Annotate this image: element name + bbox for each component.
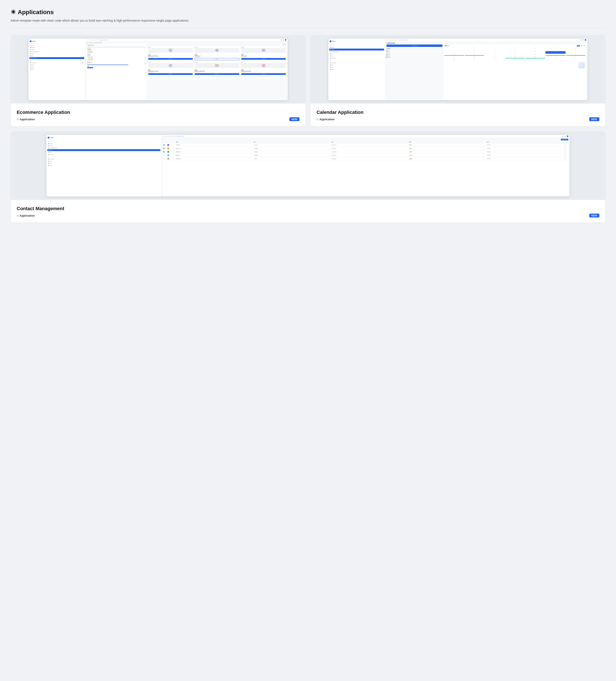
ecommerce-topbar: Do you know the latest update of 2021? C… xyxy=(85,39,288,42)
calendar-legend-sidebar: + New Event Calendars None Travel Social… xyxy=(386,45,442,100)
product-card: Featured ★★★★ $29.50 X Box Controller To… xyxy=(241,46,287,61)
section-divider xyxy=(11,28,605,28)
ecommerce-content: Home›Applications›E-Commerce›Shop Grid D… xyxy=(85,42,288,100)
contact-card-meta: in Application NEW xyxy=(17,213,599,218)
add-user-button: + Add New User xyxy=(561,139,568,141)
product-card: Featured ★★★ $39.00 Digital Camera White… xyxy=(241,61,287,76)
calendar-grid-area: ‹ 2020 Dec › Month Week Day xyxy=(444,45,586,100)
asterisk-icon: ✳ xyxy=(11,8,16,16)
ecommerce-products: Sort by... Featured ★★★★ $39.00 Digital … xyxy=(148,44,287,100)
contact-topbar: Do you know the latest update of 2021? C… xyxy=(161,135,569,138)
ecommerce-card-title: Ecommerce Application xyxy=(17,109,299,115)
contact-mockup: YODA APPLICATIONS Add App Calendar Proje… xyxy=(47,135,569,197)
table-row: R Rabid Larson Project Manager rab@mail.… xyxy=(163,147,568,150)
contact-preview: YODA APPLICATIONS Add App Calendar Proje… xyxy=(11,131,605,200)
table-row: A Addi Giling Project Manager addi@mail.… xyxy=(163,154,568,157)
calendar-card-body: Calendar Application in Application NEW xyxy=(311,104,605,126)
page-header: ✳ Applications Admin template made with … xyxy=(11,8,605,23)
contact-table: Name Role Email Status Phone V xyxy=(163,141,568,196)
calendar-card[interactable]: YODA APPLICATIONS Add App Calendar Proje… xyxy=(311,35,605,126)
calendar-badge: NEW xyxy=(589,117,599,121)
page-title: ✳ Applications xyxy=(11,8,605,16)
page-description: Admin template made with clean code whic… xyxy=(11,18,605,23)
product-card: Featured ★★★ $39.00 Digital Camera White… xyxy=(148,61,193,76)
product-card: Featured ★★★ $39.00 Digital Camera White… xyxy=(194,61,240,76)
product-card: Featured ★★★★ $39.00 Smart Watch 2.0 Tou… xyxy=(194,46,240,61)
contact-card-category: in Application xyxy=(17,214,35,217)
ecommerce-card-category: in Application xyxy=(17,118,35,121)
ecommerce-badge: NEW xyxy=(289,117,299,121)
ecommerce-card-body: Ecommerce Application in Application NEW xyxy=(11,104,305,126)
new-event-button: + New Event xyxy=(386,45,442,47)
contact-card-title: Contact Management xyxy=(17,206,599,211)
calendar-logo: YODA xyxy=(329,40,384,43)
ecommerce-main: Do you know the latest update of 2021? C… xyxy=(85,39,288,100)
ecommerce-filters: Digital Cameras Search... Categories Sho… xyxy=(87,44,146,100)
ecommerce-card-meta: in Application NEW xyxy=(17,117,299,121)
calendar-sidebar: YODA APPLICATIONS Add App Calendar Proje… xyxy=(328,39,385,100)
contact-logo: YODA xyxy=(47,136,160,139)
ecommerce-sidebar: YODA APPLICATIONS Add App Calendar Proje… xyxy=(28,39,85,100)
contact-card-body: Contact Management in Application NEW xyxy=(11,200,605,223)
calendar-mockup: YODA APPLICATIONS Add App Calendar Proje… xyxy=(328,39,588,100)
calendar-card-meta: in Application NEW xyxy=(317,117,599,121)
contact-table-header: Name Role Email Status Phone xyxy=(163,141,568,143)
ecommerce-logo: YODA xyxy=(29,40,84,43)
calendar-content: YodaCalendar + New Event Calendars None … xyxy=(385,42,588,100)
table-row: S Samindi Dray Web Developer samindi@mai… xyxy=(163,150,568,154)
calendar-card-category: in Application xyxy=(317,118,335,121)
breadcrumb: Home›Applications›E-Commerce›Shop Grid xyxy=(87,42,286,43)
calendar-preview: YODA APPLICATIONS Add App Calendar Proje… xyxy=(311,35,605,104)
calendar-card-title: Calendar Application xyxy=(317,109,599,115)
contact-badge: NEW xyxy=(589,213,599,218)
calendar-topbar: Do you know the latest update of 2021? C… xyxy=(385,39,588,42)
ecommerce-mockup: YODA APPLICATIONS Add App Calendar Proje… xyxy=(28,39,288,100)
ecommerce-card[interactable]: YODA APPLICATIONS Add App Calendar Proje… xyxy=(11,35,305,126)
table-row: F Fawzi Armand UI Designer fawzi@mail.co… xyxy=(163,157,568,160)
contact-content: + Add New User Name Role Email Status Ph… xyxy=(161,138,569,197)
product-card: Featured ★★★★ $39.00 Digital Camera Whit… xyxy=(148,46,193,61)
cards-grid: YODA APPLICATIONS Add App Calendar Proje… xyxy=(11,35,605,126)
ecommerce-preview: YODA APPLICATIONS Add App Calendar Proje… xyxy=(11,35,305,104)
table-row: V Violet Head Head of Design violet@mail… xyxy=(163,143,568,147)
contact-toolbar: + Add New User xyxy=(163,139,568,141)
contact-main: Do you know the latest update of 2021? C… xyxy=(161,135,569,197)
calendar-main: Do you know the latest update of 2021? C… xyxy=(385,39,588,100)
contact-sidebar: YODA APPLICATIONS Add App Calendar Proje… xyxy=(47,135,161,197)
contact-card[interactable]: YODA APPLICATIONS Add App Calendar Proje… xyxy=(11,131,605,223)
